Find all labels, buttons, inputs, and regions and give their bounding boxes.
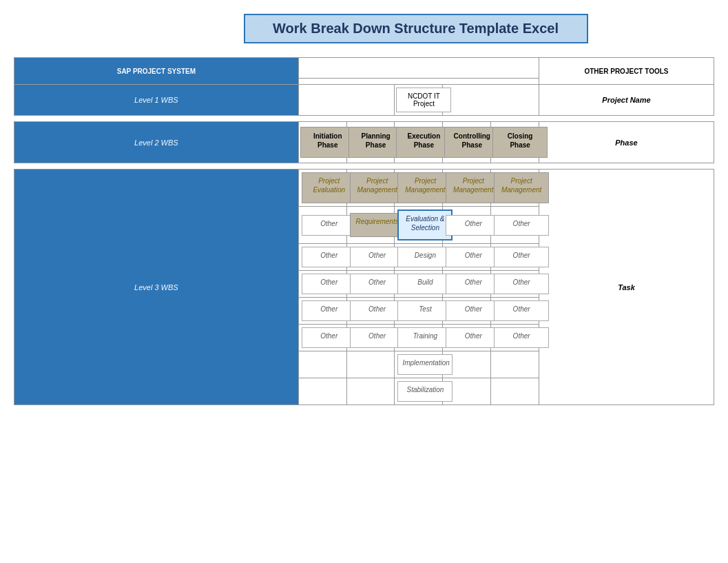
execution-pm-box: Project Management [397,172,453,203]
task-col3-row2: Evaluation & Selection [395,207,443,244]
level3-wbs-label: Level 3 WBS [14,170,299,405]
task-col3-row6: Training [395,325,443,351]
task-col1-row6: Other [298,325,346,351]
col2-other3-box: Other [350,300,405,321]
initiation-phase-box: Initiation Phase [300,127,355,158]
task-col1-row2: Other [298,207,346,244]
phase-planning-cell: Planning Phase [346,122,395,163]
task-col2-row6: Other [346,325,395,351]
spacer-2 [14,116,714,122]
task-col2-row1: Project Management [346,170,395,207]
col1-other1-box: Other [302,215,357,236]
col1-other2-box: Other [302,247,357,267]
page-title: Work Break Down Structure Template Excel [244,14,588,43]
level2-wbs-label: Level 2 WBS [14,122,299,163]
col1-other3-box: Other [302,274,357,294]
task-col4-row1: Project Management [443,170,491,207]
build-box: Build [397,274,453,294]
task-col4-row3: Other [443,244,491,271]
phase-controlling-cell: Controlling Phase [443,122,491,163]
controlling-phase-box: Controlling Phase [444,127,499,158]
level1-empty-left [298,85,395,116]
col5-other5-box: Other [494,327,549,348]
project-evaluation-box: Project Evaluation [302,172,357,203]
task-col3-row3: Design [395,244,443,271]
phase-label: Phase [539,122,714,163]
planning-pm-box: Project Management [350,172,405,203]
task-col1-row4: Other [298,271,346,298]
col5-other2-box: Other [494,247,549,267]
task-col2-row8-empty [346,378,395,405]
col2-other4-box: Other [350,327,405,348]
task-col3-row1: Project Management [395,170,443,207]
task-col2-row2: Requirements [346,207,395,244]
task-col5-row2: Other [491,207,539,244]
task-col4-row5: Other [443,298,491,325]
task-col5-row5: Other [491,298,539,325]
project-name-label: Project Name [539,85,714,116]
spacer-1 [298,79,539,85]
task-col2-row7-empty [346,351,395,378]
training-box: Training [397,327,453,348]
eval-selection-box: Evaluation & Selection [397,209,453,240]
col1-other5-box: Other [302,327,357,348]
col5-other3-box: Other [494,274,549,294]
col4-other1-box: Other [446,215,501,236]
task-col2-row4: Other [346,271,395,298]
test-box: Test [397,300,453,321]
task-col5-row6: Other [491,325,539,351]
closing-phase-box: Closing Phase [492,127,548,158]
task-col3-row5: Test [395,298,443,325]
other-project-tools-label: OTHER PROJECT TOOLS [539,58,714,85]
task-col3-row4: Build [395,271,443,298]
level1-wbs-label: Level 1 WBS [14,85,299,116]
col4-other3-box: Other [446,274,501,294]
spacer-3 [14,163,714,170]
task-col4-row4: Other [443,271,491,298]
task-col5-row1: Project Management [491,170,539,207]
ncdot-box: NCDOT IT Project [396,88,451,112]
controlling-pm-box: Project Management [446,172,501,203]
task-col2-row3: Other [346,244,395,271]
phase-closing-cell: Closing Phase [491,122,539,163]
task-col3-row8: Stabilization [395,378,443,405]
ncdot-cell: NCDOT IT Project [395,85,443,116]
col5-other1-box: Other [494,215,549,236]
col2-other1-box: Other [350,247,405,267]
task-col5-row8-empty [491,378,539,405]
task-col5-row3: Other [491,244,539,271]
task-col1-row7-empty [298,351,346,378]
task-label: Task [539,170,714,405]
task-col1-row8-empty [298,378,346,405]
task-col1-row3: Other [298,244,346,271]
level1-empty-right [443,85,539,116]
stabilization-box: Stabilization [397,381,453,402]
design-box: Design [397,247,453,267]
implementation-box: Implementation [397,354,453,375]
phase-initiation-cell: Initiation Phase [298,122,346,163]
sap-project-system-label: SAP PROJECT SYSTEM [14,58,299,85]
col4-other2-box: Other [446,247,501,267]
phase-execution-cell: Execution Phase [395,122,443,163]
task-col2-row5: Other [346,298,395,325]
requirements-box: Requirements [350,213,405,237]
task-col4-row6: Other [443,325,491,351]
col2-other2-box: Other [350,274,405,294]
col1-other4-box: Other [302,300,357,321]
task-col5-row7-empty [491,351,539,378]
planning-phase-box: Planning Phase [349,127,404,158]
task-col5-row4: Other [491,271,539,298]
closing-pm-box: Project Management [494,172,549,203]
execution-phase-box: Execution Phase [396,127,451,158]
top-empty-cell [298,58,539,79]
task-col1-row5: Other [298,298,346,325]
task-col3-row7: Implementation [395,351,443,378]
col5-other4-box: Other [494,300,549,321]
col4-other4-box: Other [446,300,501,321]
col4-other5-box: Other [446,327,501,348]
task-col1-row1: Project Evaluation [298,170,346,207]
